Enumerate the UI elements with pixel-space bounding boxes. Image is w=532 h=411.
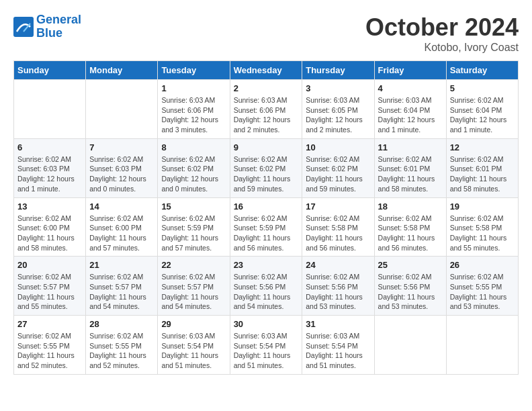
calendar-table: SundayMondayTuesdayWednesdayThursdayFrid… bbox=[13, 60, 519, 375]
day-number: 31 bbox=[306, 319, 370, 329]
calendar-cell bbox=[374, 316, 446, 375]
calendar-cell: 2Sunrise: 6:03 AM Sunset: 6:06 PM Daylig… bbox=[230, 80, 302, 139]
calendar-cell: 25Sunrise: 6:02 AM Sunset: 5:56 PM Dayli… bbox=[374, 257, 446, 316]
day-number: 5 bbox=[450, 83, 515, 93]
day-info: Sunrise: 6:03 AM Sunset: 5:54 PM Dayligh… bbox=[306, 331, 370, 371]
day-info: Sunrise: 6:02 AM Sunset: 5:56 PM Dayligh… bbox=[378, 272, 443, 312]
col-header-wednesday: Wednesday bbox=[230, 61, 302, 80]
calendar-week-5: 27Sunrise: 6:02 AM Sunset: 5:55 PM Dayli… bbox=[14, 316, 519, 375]
header: General Blue October 2024 Kotobo, Ivory … bbox=[13, 13, 519, 54]
day-number: 6 bbox=[17, 142, 82, 152]
day-number: 24 bbox=[306, 260, 370, 270]
day-number: 17 bbox=[306, 201, 370, 212]
day-info: Sunrise: 6:02 AM Sunset: 5:57 PM Dayligh… bbox=[17, 272, 82, 312]
day-info: Sunrise: 6:02 AM Sunset: 6:02 PM Dayligh… bbox=[161, 154, 226, 194]
day-number: 12 bbox=[450, 142, 515, 152]
day-info: Sunrise: 6:02 AM Sunset: 5:57 PM Dayligh… bbox=[161, 272, 226, 312]
calendar-cell: 24Sunrise: 6:02 AM Sunset: 5:56 PM Dayli… bbox=[302, 257, 374, 316]
logo-line2: Blue bbox=[36, 26, 62, 40]
day-info: Sunrise: 6:02 AM Sunset: 5:55 PM Dayligh… bbox=[450, 272, 515, 312]
day-info: Sunrise: 6:02 AM Sunset: 6:00 PM Dayligh… bbox=[89, 214, 154, 253]
day-info: Sunrise: 6:03 AM Sunset: 6:06 PM Dayligh… bbox=[234, 95, 299, 135]
day-info: Sunrise: 6:03 AM Sunset: 5:54 PM Dayligh… bbox=[161, 331, 226, 371]
day-info: Sunrise: 6:02 AM Sunset: 6:02 PM Dayligh… bbox=[306, 154, 370, 194]
calendar-cell: 20Sunrise: 6:02 AM Sunset: 5:57 PM Dayli… bbox=[14, 257, 86, 316]
day-number: 23 bbox=[234, 260, 299, 270]
calendar-cell: 4Sunrise: 6:03 AM Sunset: 6:04 PM Daylig… bbox=[374, 80, 446, 139]
col-header-sunday: Sunday bbox=[14, 61, 86, 80]
calendar-cell: 30Sunrise: 6:03 AM Sunset: 5:54 PM Dayli… bbox=[230, 316, 302, 375]
day-number: 28 bbox=[89, 319, 154, 329]
calendar-cell: 10Sunrise: 6:02 AM Sunset: 6:02 PM Dayli… bbox=[302, 138, 374, 197]
calendar-cell: 26Sunrise: 6:02 AM Sunset: 5:55 PM Dayli… bbox=[446, 257, 518, 316]
day-number: 4 bbox=[378, 83, 443, 93]
col-header-friday: Friday bbox=[374, 61, 446, 80]
day-info: Sunrise: 6:02 AM Sunset: 5:56 PM Dayligh… bbox=[306, 272, 370, 312]
calendar-cell: 11Sunrise: 6:02 AM Sunset: 6:01 PM Dayli… bbox=[374, 138, 446, 197]
day-number: 29 bbox=[161, 319, 226, 329]
calendar-cell: 22Sunrise: 6:02 AM Sunset: 5:57 PM Dayli… bbox=[158, 257, 230, 316]
calendar-week-2: 6Sunrise: 6:02 AM Sunset: 6:03 PM Daylig… bbox=[14, 138, 519, 197]
calendar-cell: 31Sunrise: 6:03 AM Sunset: 5:54 PM Dayli… bbox=[302, 316, 374, 375]
day-info: Sunrise: 6:02 AM Sunset: 6:01 PM Dayligh… bbox=[450, 154, 515, 194]
day-number: 3 bbox=[306, 83, 370, 93]
calendar-cell: 29Sunrise: 6:03 AM Sunset: 5:54 PM Dayli… bbox=[158, 316, 230, 375]
day-number: 15 bbox=[161, 201, 226, 212]
calendar-cell: 14Sunrise: 6:02 AM Sunset: 6:00 PM Dayli… bbox=[86, 197, 158, 257]
day-info: Sunrise: 6:02 AM Sunset: 5:57 PM Dayligh… bbox=[89, 272, 154, 312]
day-number: 27 bbox=[17, 319, 82, 329]
day-info: Sunrise: 6:03 AM Sunset: 5:54 PM Dayligh… bbox=[234, 331, 299, 371]
calendar-week-4: 20Sunrise: 6:02 AM Sunset: 5:57 PM Dayli… bbox=[14, 257, 519, 316]
day-number: 22 bbox=[161, 260, 226, 270]
col-header-thursday: Thursday bbox=[302, 61, 374, 80]
day-info: Sunrise: 6:03 AM Sunset: 6:05 PM Dayligh… bbox=[306, 95, 370, 135]
day-info: Sunrise: 6:02 AM Sunset: 5:58 PM Dayligh… bbox=[306, 214, 370, 253]
day-number: 18 bbox=[378, 201, 443, 212]
day-number: 10 bbox=[306, 142, 370, 152]
day-number: 11 bbox=[378, 142, 443, 152]
calendar-week-1: 1Sunrise: 6:03 AM Sunset: 6:06 PM Daylig… bbox=[14, 80, 519, 139]
day-number: 16 bbox=[234, 201, 299, 212]
calendar-cell: 18Sunrise: 6:02 AM Sunset: 5:58 PM Dayli… bbox=[374, 197, 446, 257]
day-number: 21 bbox=[89, 260, 154, 270]
calendar-header-row: SundayMondayTuesdayWednesdayThursdayFrid… bbox=[14, 61, 519, 80]
calendar-cell: 6Sunrise: 6:02 AM Sunset: 6:03 PM Daylig… bbox=[14, 138, 86, 197]
calendar-cell: 27Sunrise: 6:02 AM Sunset: 5:55 PM Dayli… bbox=[14, 316, 86, 375]
logo: General Blue bbox=[13, 13, 81, 40]
day-info: Sunrise: 6:02 AM Sunset: 5:59 PM Dayligh… bbox=[234, 214, 299, 253]
day-number: 8 bbox=[161, 142, 226, 152]
col-header-saturday: Saturday bbox=[446, 61, 518, 80]
calendar-cell: 8Sunrise: 6:02 AM Sunset: 6:02 PM Daylig… bbox=[158, 138, 230, 197]
day-info: Sunrise: 6:02 AM Sunset: 5:55 PM Dayligh… bbox=[17, 331, 82, 371]
day-number: 2 bbox=[234, 83, 299, 93]
month-title: October 2024 bbox=[365, 13, 519, 42]
calendar-cell: 5Sunrise: 6:02 AM Sunset: 6:04 PM Daylig… bbox=[446, 80, 518, 139]
calendar-cell: 19Sunrise: 6:02 AM Sunset: 5:58 PM Dayli… bbox=[446, 197, 518, 257]
day-info: Sunrise: 6:03 AM Sunset: 6:04 PM Dayligh… bbox=[378, 95, 443, 135]
logo-line1: General bbox=[36, 13, 81, 26]
calendar-cell: 15Sunrise: 6:02 AM Sunset: 5:59 PM Dayli… bbox=[158, 197, 230, 257]
calendar-cell: 12Sunrise: 6:02 AM Sunset: 6:01 PM Dayli… bbox=[446, 138, 518, 197]
day-info: Sunrise: 6:02 AM Sunset: 6:03 PM Dayligh… bbox=[89, 154, 154, 194]
day-info: Sunrise: 6:02 AM Sunset: 6:02 PM Dayligh… bbox=[234, 154, 299, 194]
day-number: 25 bbox=[378, 260, 443, 270]
day-info: Sunrise: 6:03 AM Sunset: 6:06 PM Dayligh… bbox=[161, 95, 226, 135]
col-header-monday: Monday bbox=[86, 61, 158, 80]
logo-text: General Blue bbox=[36, 13, 81, 40]
day-info: Sunrise: 6:02 AM Sunset: 5:59 PM Dayligh… bbox=[161, 214, 226, 253]
calendar-cell: 13Sunrise: 6:02 AM Sunset: 6:00 PM Dayli… bbox=[14, 197, 86, 257]
day-info: Sunrise: 6:02 AM Sunset: 5:55 PM Dayligh… bbox=[89, 331, 154, 371]
calendar-cell: 1Sunrise: 6:03 AM Sunset: 6:06 PM Daylig… bbox=[158, 80, 230, 139]
location-subtitle: Kotobo, Ivory Coast bbox=[365, 42, 519, 54]
svg-rect-0 bbox=[13, 17, 34, 37]
calendar-cell: 17Sunrise: 6:02 AM Sunset: 5:58 PM Dayli… bbox=[302, 197, 374, 257]
day-number: 26 bbox=[450, 260, 515, 270]
day-number: 9 bbox=[234, 142, 299, 152]
col-header-tuesday: Tuesday bbox=[158, 61, 230, 80]
calendar-cell bbox=[86, 80, 158, 139]
calendar-cell: 21Sunrise: 6:02 AM Sunset: 5:57 PM Dayli… bbox=[86, 257, 158, 316]
day-info: Sunrise: 6:02 AM Sunset: 6:04 PM Dayligh… bbox=[450, 95, 515, 135]
day-number: 20 bbox=[17, 260, 82, 270]
day-info: Sunrise: 6:02 AM Sunset: 6:03 PM Dayligh… bbox=[17, 154, 82, 194]
day-info: Sunrise: 6:02 AM Sunset: 5:56 PM Dayligh… bbox=[234, 272, 299, 312]
